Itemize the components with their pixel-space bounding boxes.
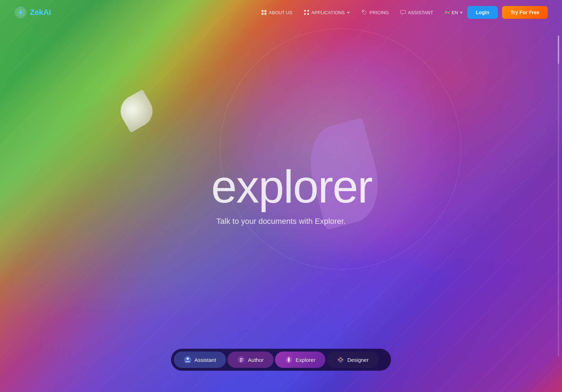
tab-explorer-label: Explorer <box>296 357 315 363</box>
nav-actions: 🇬🇧 EN Login Try For Free <box>445 6 548 19</box>
hero-subtitle: Talk to your documents with Explorer. <box>157 217 405 226</box>
tab-designer-label: Designer <box>347 357 369 363</box>
author-icon <box>237 356 245 364</box>
svg-rect-2 <box>261 10 264 12</box>
tab-assistant-label: Assistant <box>194 357 216 363</box>
svg-point-21 <box>342 359 343 360</box>
scrollbar-thumb <box>558 35 559 64</box>
tag-icon <box>362 10 367 15</box>
designer-icon <box>337 356 345 364</box>
scrollbar[interactable] <box>558 35 559 357</box>
hero-title: explorer <box>178 164 405 210</box>
bottom-tabs: Assistant Author Explorer <box>171 349 391 371</box>
tab-author[interactable]: Author <box>227 352 274 368</box>
tab-author-label: Author <box>248 357 264 363</box>
nav-applications[interactable]: APPLICATIONS <box>304 10 351 15</box>
tab-explorer[interactable]: Explorer <box>275 352 325 368</box>
language-selector[interactable]: 🇬🇧 EN <box>445 10 463 15</box>
logo-icon <box>14 6 27 19</box>
svg-rect-14 <box>240 358 243 359</box>
navbar: ZekAI ABOUT US APPLICATIONS <box>0 0 562 25</box>
svg-rect-4 <box>261 13 264 15</box>
svg-rect-6 <box>304 10 306 12</box>
grid-icon <box>261 10 267 15</box>
try-free-button[interactable]: Try For Free <box>502 6 548 19</box>
nav-pricing[interactable]: PRICING <box>362 10 389 15</box>
flag-icon: 🇬🇧 <box>445 10 450 15</box>
nav-assistant[interactable]: ASSISTANT <box>400 10 433 15</box>
tab-assistant[interactable]: Assistant <box>174 352 226 368</box>
logo-text: ZekAI <box>30 8 51 17</box>
lang-chevron-icon <box>459 11 463 14</box>
svg-rect-15 <box>240 360 243 360</box>
login-button[interactable]: Login <box>467 6 498 19</box>
svg-point-12 <box>187 358 189 360</box>
logo[interactable]: ZekAI <box>14 6 51 19</box>
nav-about[interactable]: ABOUT US <box>261 10 292 15</box>
svg-rect-9 <box>307 13 309 15</box>
svg-rect-5 <box>264 13 266 15</box>
svg-point-22 <box>340 361 341 363</box>
nav-links: ABOUT US APPLICATIONS PRICING ASSISTANT <box>261 10 433 15</box>
svg-point-20 <box>340 357 341 358</box>
hero-content: explorer Talk to your documents with Exp… <box>157 164 405 226</box>
explorer-icon <box>285 356 293 364</box>
svg-point-23 <box>338 359 339 360</box>
chevron-down-icon <box>347 11 350 14</box>
svg-rect-7 <box>307 10 309 12</box>
svg-rect-16 <box>240 361 242 362</box>
svg-point-10 <box>363 11 364 12</box>
svg-rect-3 <box>264 10 266 12</box>
assistant-icon <box>184 356 192 364</box>
tab-designer[interactable]: Designer <box>327 352 379 368</box>
svg-rect-8 <box>304 13 306 15</box>
chat-icon <box>400 10 406 15</box>
apps-icon <box>304 10 309 15</box>
